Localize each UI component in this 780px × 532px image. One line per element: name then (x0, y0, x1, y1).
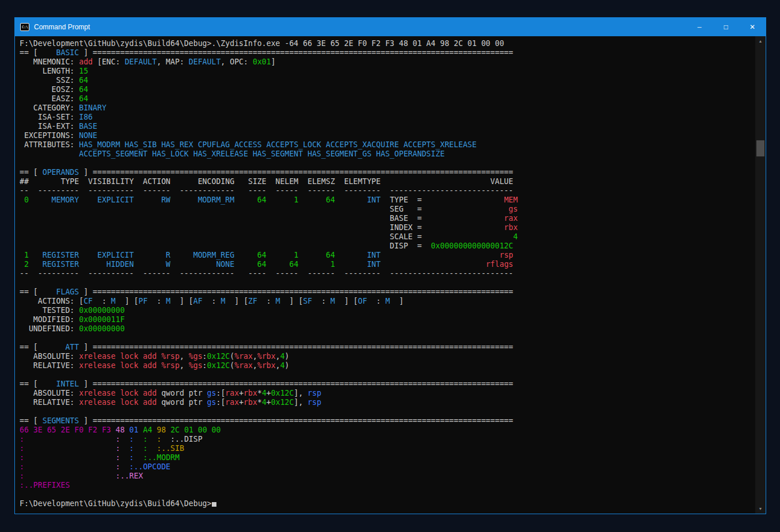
scrollbar[interactable]: ▲ ▼ (755, 36, 766, 514)
titlebar[interactable]: C:\ Command Prompt ─ □ ✕ (15, 18, 766, 36)
window-controls: ─ □ ✕ (686, 18, 766, 36)
cmd-icon[interactable]: C:\ (20, 23, 29, 31)
scroll-down-button[interactable]: ▼ (755, 504, 766, 514)
console-viewport[interactable]: F:\Development\GitHub\zydis\Build64\Debu… (15, 36, 766, 514)
close-button[interactable]: ✕ (739, 18, 766, 36)
scrollbar-thumb[interactable] (756, 140, 764, 156)
scroll-up-button[interactable]: ▲ (755, 36, 766, 46)
maximize-icon: □ (724, 23, 728, 31)
close-icon: ✕ (749, 23, 755, 31)
window-title: Command Prompt (34, 23, 90, 31)
command-prompt-window: C:\ Command Prompt ─ □ ✕ F:\Development\… (14, 17, 766, 514)
minimize-icon: ─ (697, 24, 701, 30)
terminal-output[interactable]: F:\Development\GitHub\zydis\Build64\Debu… (20, 39, 518, 508)
titlebar-left: C:\ Command Prompt (15, 23, 90, 31)
minimize-button[interactable]: ─ (686, 18, 713, 36)
maximize-button[interactable]: □ (713, 18, 739, 36)
